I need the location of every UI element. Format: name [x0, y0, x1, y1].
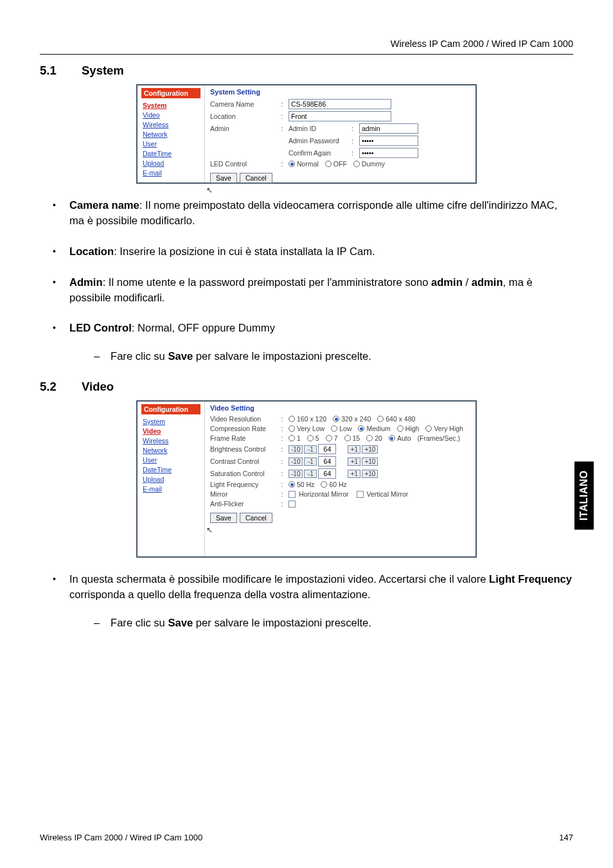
led-off-radio[interactable]: OFF — [325, 160, 347, 168]
nav-system[interactable]: System — [141, 416, 200, 426]
comp-verylow-radio[interactable]: Very Low — [289, 425, 324, 432]
radio-dot-icon — [289, 161, 295, 167]
res-160-radio[interactable]: 160 x 120 — [289, 415, 326, 423]
radio-icon — [289, 435, 295, 441]
fr-7-radio[interactable]: 7 — [326, 434, 338, 442]
comp-low-radio[interactable]: Low — [331, 425, 351, 432]
mirror-label: Mirror — [210, 490, 280, 498]
fr-20-radio[interactable]: 20 — [366, 434, 382, 442]
location-input[interactable] — [289, 111, 391, 121]
button-row: Save ↖ Cancel — [210, 513, 470, 535]
nav-network[interactable]: Network — [141, 445, 200, 455]
fr-5-radio[interactable]: 5 — [307, 434, 319, 442]
save-button[interactable]: Save — [210, 173, 237, 183]
brightness-row: Brightness Control: -10 -1 +1 +10 — [210, 444, 470, 454]
cursor-arrow-icon: ↖ — [206, 526, 240, 535]
footer-page-number: 147 — [559, 833, 573, 842]
admin-label: Admin — [210, 125, 280, 132]
lightfreq-row: Light Frequency: 50 Hz 60 Hz — [210, 481, 470, 488]
fr-auto-radio[interactable]: Auto — [389, 434, 411, 442]
contrast-plus10-button[interactable]: +10 — [362, 457, 378, 466]
nav-video[interactable]: Video — [141, 426, 200, 436]
nav-email[interactable]: E-mail — [141, 168, 200, 177]
footer-left: Wireless IP Cam 2000 / Wired IP Cam 1000 — [40, 833, 202, 842]
saturation-plus10-button[interactable]: +10 — [362, 470, 378, 478]
nav-user[interactable]: User — [141, 139, 200, 148]
nav-upload[interactable]: Upload — [141, 158, 200, 168]
nav-datetime[interactable]: DateTime — [141, 465, 200, 474]
radio-icon — [397, 425, 404, 432]
led-dummy-radio[interactable]: Dummy — [353, 160, 385, 168]
nav-user[interactable]: User — [141, 455, 200, 465]
system-setting-pane: System Setting Camera Name: Location: Ad… — [205, 85, 475, 182]
radio-dot-icon — [333, 416, 339, 422]
saturation-plus1-button[interactable]: +1 — [348, 470, 360, 478]
cancel-button[interactable]: Cancel — [240, 513, 272, 523]
radio-icon — [366, 435, 373, 441]
cancel-button[interactable]: Cancel — [240, 173, 272, 183]
section-number: 5.1 — [40, 64, 82, 78]
save-button[interactable]: Save — [210, 513, 237, 523]
compression-row: Compression Rate: Very Low Low Medium Hi… — [210, 425, 470, 432]
brightness-plus1-button[interactable]: +1 — [348, 445, 360, 454]
mirror-horizontal-checkbox[interactable] — [289, 491, 296, 498]
led-normal-radio[interactable]: Normal — [289, 160, 319, 168]
fr-15-radio[interactable]: 15 — [344, 434, 360, 442]
confirm-label: Confirm Again — [289, 149, 351, 157]
radio-icon — [321, 481, 327, 488]
admin-id-row: Admin: Admin ID: — [210, 123, 470, 134]
brightness-value-input[interactable] — [318, 444, 336, 454]
bullet-video-settings: In questa schermata è possibile modifica… — [53, 572, 573, 631]
camera-name-input[interactable] — [289, 99, 391, 109]
saturation-minus10-button[interactable]: -10 — [289, 470, 303, 478]
fr-1-radio[interactable]: 1 — [289, 434, 301, 442]
nav-wireless[interactable]: Wireless — [141, 436, 200, 445]
res-320-radio[interactable]: 320 x 240 — [333, 415, 371, 423]
lf-60hz-radio[interactable]: 60 Hz — [321, 481, 346, 488]
brightness-minus10-button[interactable]: -10 — [289, 445, 303, 454]
contrast-minus1-button[interactable]: -1 — [304, 457, 317, 466]
mirror-vertical-checkbox[interactable] — [357, 491, 364, 498]
camera-name-row: Camera Name: — [210, 99, 470, 109]
nav-wireless[interactable]: Wireless — [141, 120, 200, 129]
brightness-plus10-button[interactable]: +10 — [362, 445, 378, 454]
radio-icon — [344, 435, 351, 441]
bullet-led-control: LED Control: Normal, OFF oppure Dummy Fa… — [53, 321, 573, 364]
admin-password-input[interactable] — [359, 136, 418, 146]
sub-bullet-save: Fare clic su Save per salvare le imposta… — [94, 616, 573, 631]
sidebar-header: Configuration — [141, 88, 200, 98]
nav-network[interactable]: Network — [141, 129, 200, 139]
comp-medium-radio[interactable]: Medium — [358, 425, 390, 432]
comp-high-radio[interactable]: High — [397, 425, 420, 432]
video-setting-screenshot: Configuration System Video Wireless Netw… — [136, 400, 477, 558]
nav-upload[interactable]: Upload — [141, 474, 200, 484]
nav-system[interactable]: System — [141, 100, 200, 110]
nav-email[interactable]: E-mail — [141, 484, 200, 493]
admin-id-input[interactable] — [359, 123, 418, 134]
compression-label: Compression Rate — [210, 425, 280, 432]
radio-dot-icon — [389, 435, 395, 441]
button-row: Save ↖ Cancel — [210, 173, 470, 195]
radio-dot-icon — [358, 425, 364, 432]
antiflicker-checkbox[interactable] — [289, 500, 296, 508]
pane-header: Video Setting — [210, 404, 470, 412]
lf-50hz-radio[interactable]: 50 Hz — [289, 481, 314, 488]
comp-veryhigh-radio[interactable]: Very High — [425, 425, 463, 432]
admin-id-label: Admin ID — [289, 125, 351, 132]
contrast-value-input[interactable] — [318, 456, 336, 466]
config-sidebar: Configuration System Video Wireless Netw… — [138, 402, 205, 556]
brightness-minus1-button[interactable]: -1 — [304, 445, 317, 454]
contrast-row: Contrast Control: -10 -1 +1 +10 — [210, 456, 470, 466]
framerate-label: Frame Rate — [210, 434, 280, 442]
section-title: System — [82, 64, 124, 77]
nav-video[interactable]: Video — [141, 110, 200, 120]
saturation-minus1-button[interactable]: -1 — [304, 470, 317, 478]
bullet-location: Location: Inserire la posizione in cui è… — [53, 244, 573, 260]
confirm-input[interactable] — [359, 148, 418, 158]
saturation-value-input[interactable] — [318, 468, 336, 479]
section-5-1-bullets: Camera name: Il nome preimpostato della … — [53, 198, 573, 364]
nav-datetime[interactable]: DateTime — [141, 148, 200, 158]
res-640-radio[interactable]: 640 x 480 — [377, 415, 415, 423]
contrast-minus10-button[interactable]: -10 — [289, 457, 303, 466]
contrast-plus1-button[interactable]: +1 — [348, 457, 360, 466]
